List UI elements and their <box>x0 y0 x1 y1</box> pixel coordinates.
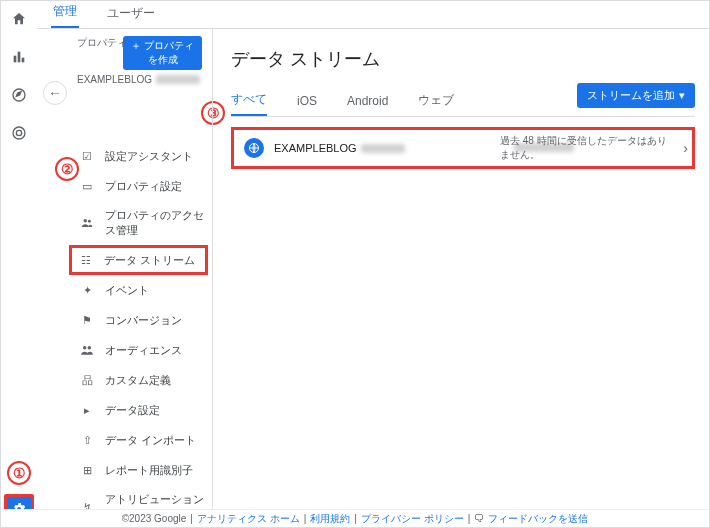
people-icon <box>79 215 95 231</box>
feedback-icon: 🗨 <box>474 513 484 524</box>
svg-point-7 <box>88 220 91 223</box>
event-icon: ✦ <box>79 282 95 298</box>
id-icon: ⊞ <box>79 462 95 478</box>
tab-android[interactable]: Android <box>347 88 388 114</box>
menu-data-import[interactable]: ⇧データ インポート <box>37 425 212 455</box>
menu-attribution[interactable]: ↯アトリビューション設定 <box>37 485 212 509</box>
svg-rect-2 <box>22 58 25 63</box>
tab-admin[interactable]: 管理 <box>51 0 79 28</box>
menu-label: データ ストリーム <box>104 253 195 268</box>
property-label: プロパティ <box>77 36 127 50</box>
advertising-icon[interactable] <box>9 123 29 143</box>
footer: ©2023 Google | アナリティクス ホーム | 利用規約 | プライバ… <box>1 509 709 527</box>
add-stream-button[interactable]: ストリームを追加▾ <box>577 83 695 108</box>
menu-label: コンバージョン <box>105 313 182 328</box>
explore-icon[interactable] <box>9 85 29 105</box>
copyright: ©2023 Google <box>122 513 187 524</box>
check-icon: ☑ <box>79 148 95 164</box>
menu-label: アトリビューション設定 <box>105 492 204 509</box>
stream-tabs: すべて iOS Android ウェブ ストリームを追加▾ <box>231 85 695 117</box>
svg-rect-1 <box>18 52 21 63</box>
menu-label: カスタム定義 <box>105 373 171 388</box>
upload-icon: ⇧ <box>79 432 95 448</box>
add-stream-label: ストリームを追加 <box>587 88 675 103</box>
stream-nodata-message: 過去 48 時間に受信したデータはありません。 <box>500 134 670 162</box>
menu-label: データ インポート <box>105 433 196 448</box>
attribution-icon: ↯ <box>79 499 95 509</box>
svg-point-6 <box>84 219 88 223</box>
menu-report-identity[interactable]: ⊞レポート用識別子 <box>37 455 212 485</box>
svg-point-8 <box>83 346 87 350</box>
chevron-down-icon: ▾ <box>679 89 685 102</box>
tab-all[interactable]: すべて <box>231 85 267 116</box>
footer-link-privacy[interactable]: プライバシー ポリシー <box>361 512 464 526</box>
chevron-right-icon: ▸ <box>79 402 95 418</box>
footer-link-home[interactable]: アナリティクス ホーム <box>197 512 300 526</box>
menu-audiences[interactable]: オーディエンス <box>37 335 212 365</box>
top-tabs: 管理 ユーザー <box>37 1 709 29</box>
annotation-badge-1: ① <box>7 461 31 485</box>
menu-data-streams[interactable]: ☷データ ストリーム <box>69 245 208 275</box>
menu-label: 設定アシスタント <box>105 149 193 164</box>
chevron-right-icon: › <box>683 140 688 156</box>
tab-ios[interactable]: iOS <box>297 88 317 114</box>
menu-events[interactable]: ✦イベント <box>37 275 212 305</box>
svg-point-4 <box>13 127 25 139</box>
audience-icon <box>79 342 95 358</box>
menu-conversions[interactable]: ⚑コンバージョン <box>37 305 212 335</box>
menu-data-settings[interactable]: ▸データ設定 <box>37 395 212 425</box>
menu-label: イベント <box>105 283 149 298</box>
page-title: データ ストリーム <box>231 47 695 71</box>
stream-row[interactable]: EXAMPLEBLOG 過去 48 時間に受信したデータはありません。 › <box>231 127 695 169</box>
svg-rect-0 <box>14 56 17 63</box>
home-icon[interactable] <box>9 9 29 29</box>
menu-access-management[interactable]: プロパティのアクセス管理 <box>37 201 212 245</box>
blurred-text <box>156 75 200 84</box>
custom-icon: 品 <box>79 372 95 388</box>
tab-web[interactable]: ウェブ <box>418 86 454 115</box>
left-icon-rail <box>1 1 37 527</box>
stream-icon: ☷ <box>78 252 94 268</box>
tab-user[interactable]: ユーザー <box>105 0 157 28</box>
reports-icon[interactable] <box>9 47 29 67</box>
globe-icon <box>244 138 264 158</box>
menu-setup-assistant[interactable]: ☑設定アシスタント <box>37 141 212 171</box>
create-property-button[interactable]: ＋ プロパティを作成 <box>123 36 202 70</box>
property-menu: ☑設定アシスタント ▭プロパティ設定 プロパティのアクセス管理 ☷データ ストリ… <box>37 91 212 509</box>
menu-property-settings[interactable]: ▭プロパティ設定 <box>37 171 212 201</box>
menu-label: プロパティ設定 <box>105 179 182 194</box>
menu-custom-definitions[interactable]: 品カスタム定義 <box>37 365 212 395</box>
footer-link-terms[interactable]: 利用規約 <box>310 512 350 526</box>
back-button[interactable]: ← <box>43 81 67 105</box>
stream-name: EXAMPLEBLOG <box>274 142 405 154</box>
svg-point-9 <box>88 346 92 350</box>
blurred-text <box>361 144 405 153</box>
card-icon: ▭ <box>79 178 95 194</box>
menu-label: レポート用識別子 <box>105 463 193 478</box>
property-name-text: EXAMPLEBLOG <box>77 74 152 85</box>
menu-label: プロパティのアクセス管理 <box>105 208 204 238</box>
main-area: データ ストリーム すべて iOS Android ウェブ ストリームを追加▾ … <box>213 29 709 509</box>
menu-label: データ設定 <box>105 403 160 418</box>
flag-icon: ⚑ <box>79 312 95 328</box>
menu-label: オーディエンス <box>105 343 182 358</box>
svg-point-5 <box>16 130 21 135</box>
footer-link-feedback[interactable]: フィードバックを送信 <box>488 512 588 526</box>
